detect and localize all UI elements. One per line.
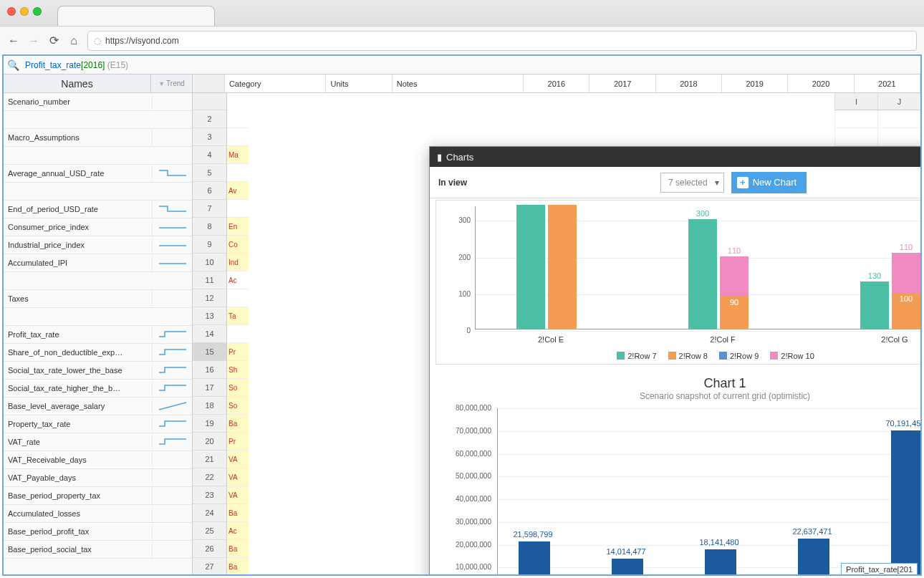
cell-peek: Co xyxy=(227,236,249,254)
row-number[interactable]: 5 xyxy=(193,164,226,182)
name-row[interactable]: Base_period_social_tax xyxy=(4,541,192,559)
column-header[interactable]: Units xyxy=(326,74,392,92)
row-number[interactable]: 10 xyxy=(193,254,226,271)
maximize-window-icon[interactable] xyxy=(33,7,42,16)
search-icon[interactable]: 🔍 xyxy=(4,59,22,71)
row-number[interactable]: 17 xyxy=(193,379,226,397)
name-row[interactable]: Property_tax_rate xyxy=(4,415,192,433)
row-number[interactable]: 20 xyxy=(193,433,226,451)
cell-tooltip: Profit_tax_rate[201 xyxy=(841,563,918,574)
formula-bar[interactable]: 🔍 Profit_tax_rate[2016] (E15) xyxy=(4,56,920,74)
bar xyxy=(860,281,889,329)
row-number[interactable]: 3 xyxy=(193,128,226,146)
row-number[interactable]: 13 xyxy=(193,307,226,325)
browser-tab[interactable] xyxy=(57,6,215,26)
name-label: Social_tax_rate_lower_the_base xyxy=(4,366,152,375)
name-row[interactable]: VAT_Payable_days xyxy=(4,469,192,487)
row-number[interactable]: 14 xyxy=(193,325,226,343)
row-number[interactable]: 4 xyxy=(193,146,226,164)
address-bar[interactable]: ◌ https://visyond.com xyxy=(87,31,917,51)
name-row[interactable]: Social_tax_rate_higher_the_b… xyxy=(4,380,192,398)
row-number[interactable]: 18 xyxy=(193,397,226,415)
row-number[interactable]: 11 xyxy=(193,271,226,289)
name-row[interactable]: Accumulated_IPI xyxy=(4,254,192,272)
row-number[interactable]: 19 xyxy=(193,415,226,433)
col-letter[interactable]: I xyxy=(834,93,877,110)
name-row[interactable]: Accumulated_losses xyxy=(4,505,192,523)
row-number[interactable]: 21 xyxy=(193,451,226,468)
bar xyxy=(798,539,829,574)
name-row[interactable]: Base_period_profit_tax xyxy=(4,523,192,541)
name-row[interactable]: Profit_tax_rate xyxy=(4,326,192,344)
cell-peek xyxy=(227,128,249,146)
column-header[interactable]: 2019 xyxy=(722,74,788,92)
row-number[interactable]: 23 xyxy=(193,486,226,504)
chart-grouped-bars: 01002003002!Col E2!Col F300110902!Col G1… xyxy=(435,200,920,365)
row-number[interactable]: 8 xyxy=(193,218,226,236)
chart-select-dropdown[interactable]: 7 selected xyxy=(660,173,724,193)
column-header[interactable]: Category xyxy=(225,74,327,92)
new-chart-button[interactable]: +New Chart xyxy=(731,172,807,193)
name-label: Scenario_number xyxy=(4,97,152,106)
name-label: Taxes xyxy=(4,294,152,303)
bar xyxy=(548,205,577,329)
row-number[interactable]: 25 xyxy=(193,522,226,540)
browser-chrome: ← → ⟳ ⌂ ◌ https://visyond.com xyxy=(0,0,924,54)
row-number[interactable]: 15 xyxy=(193,343,226,361)
window-controls xyxy=(7,7,42,16)
column-header[interactable]: 2017 xyxy=(589,74,655,92)
row-number[interactable]: 27 xyxy=(193,558,226,574)
sparkline xyxy=(152,326,192,343)
name-row[interactable]: Industrial_price_index xyxy=(4,236,192,254)
row-number[interactable]: 2 xyxy=(193,110,226,128)
name-label: Industrial_price_index xyxy=(4,241,152,249)
spreadsheet-grid[interactable]: CategoryUnitsNotes2016201720182019202020… xyxy=(193,74,920,574)
name-row[interactable]: Base_period_property_tax xyxy=(4,487,192,505)
back-button[interactable]: ← xyxy=(7,34,20,47)
minimize-window-icon[interactable] xyxy=(20,7,29,16)
column-letters: IJ xyxy=(834,93,920,110)
row-number[interactable]: 24 xyxy=(193,504,226,522)
sparkline xyxy=(152,165,192,182)
name-row[interactable]: Taxes xyxy=(4,290,192,308)
row-number[interactable]: 26 xyxy=(193,540,226,558)
name-label: Social_tax_rate_higher_the_b… xyxy=(4,384,152,392)
name-row[interactable]: Scenario_number xyxy=(4,93,192,111)
name-label: Property_tax_rate xyxy=(4,420,152,428)
name-row[interactable]: Base_level_average_salary xyxy=(4,398,192,415)
row-number[interactable]: 12 xyxy=(193,289,226,307)
column-header[interactable]: 2020 xyxy=(788,74,854,92)
column-header[interactable]: 2018 xyxy=(656,74,722,92)
name-row[interactable]: Consumer_price_index xyxy=(4,218,192,236)
name-row[interactable]: Average_annual_USD_rate xyxy=(4,165,192,183)
col-letter[interactable]: J xyxy=(877,93,920,110)
close-window-icon[interactable] xyxy=(7,7,16,16)
formula-content: Profit_tax_rate[2016] (E15) xyxy=(22,60,131,70)
name-label: Base_period_profit_tax xyxy=(4,527,152,536)
home-button[interactable]: ⌂ xyxy=(67,34,80,47)
name-row[interactable]: Share_of_non_deductible_exp… xyxy=(4,344,192,362)
reload-button[interactable]: ⟳ xyxy=(47,34,60,47)
bar xyxy=(720,256,749,297)
row-number[interactable]: 7 xyxy=(193,200,226,218)
trend-header[interactable]: ▼Trend xyxy=(150,74,192,92)
column-header[interactable]: 2021 xyxy=(855,74,920,92)
row-number[interactable]: 6 xyxy=(193,182,226,200)
name-row[interactable]: Social_tax_rate_lower_the_base xyxy=(4,362,192,380)
name-label: End_of_period_USD_rate xyxy=(4,205,152,213)
row-number[interactable]: 9 xyxy=(193,236,226,254)
name-row[interactable]: VAT_Receivable_days xyxy=(4,451,192,469)
cell-peek: So xyxy=(227,397,249,415)
name-row[interactable]: VAT_rate xyxy=(4,433,192,451)
name-row[interactable]: End_of_period_USD_rate xyxy=(4,201,192,218)
forward-button[interactable]: → xyxy=(27,34,40,47)
sparkline xyxy=(152,469,192,486)
row-number[interactable]: 22 xyxy=(193,468,226,486)
modal-titlebar[interactable]: ▮ Charts ⤢ ✕ xyxy=(430,147,920,167)
bar xyxy=(688,219,717,329)
column-header[interactable]: Notes xyxy=(393,74,524,92)
column-header[interactable]: 2016 xyxy=(524,74,589,92)
sparkline xyxy=(152,487,192,504)
row-number[interactable]: 16 xyxy=(193,361,226,379)
name-row[interactable]: Macro_Assumptions xyxy=(4,129,192,147)
